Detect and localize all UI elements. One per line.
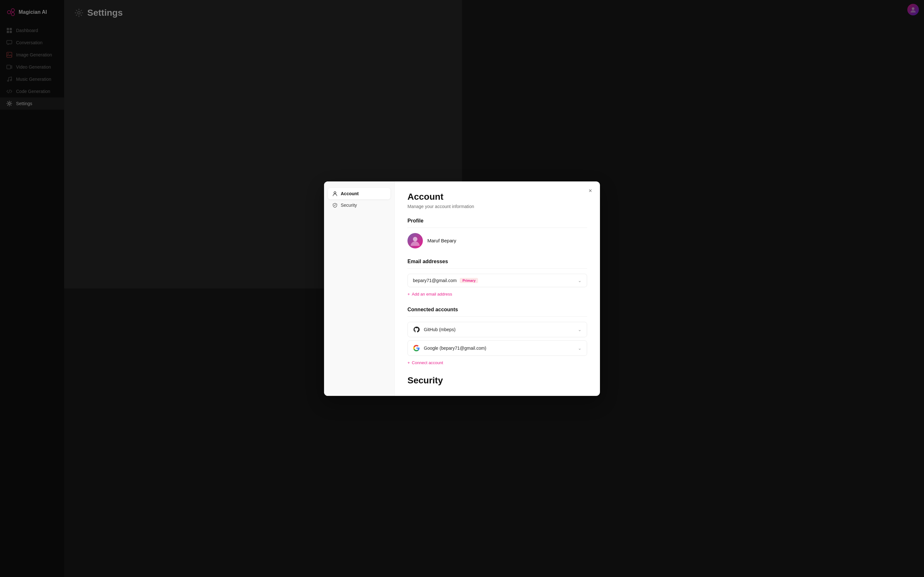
modal-nav-account[interactable]: Account xyxy=(328,188,391,199)
primary-badge: Primary xyxy=(460,278,462,283)
email-section-title: Email addresses xyxy=(407,259,462,269)
security-nav-icon xyxy=(333,203,338,208)
profile-avatar-image xyxy=(409,235,421,247)
modal-content: × Account Manage your account informatio… xyxy=(395,181,462,289)
account-title: Account xyxy=(407,192,462,202)
settings-modal: Account Security × Account Manage your a… xyxy=(324,181,462,289)
modal-nav-account-label: Account xyxy=(341,191,359,196)
modal-overlay[interactable]: Account Security × Account Manage your a… xyxy=(0,0,462,288)
svg-point-19 xyxy=(334,192,336,193)
account-subtitle: Manage your account information xyxy=(407,204,462,209)
profile-section: Profile Maruf Bepary xyxy=(407,218,462,248)
modal-nav-security-label: Security xyxy=(341,203,357,208)
avatar xyxy=(407,233,423,248)
profile-row: Maruf Bepary xyxy=(407,233,462,248)
primary-email: bepary71@gmail.com xyxy=(413,278,457,283)
modal-nav-security[interactable]: Security xyxy=(328,199,391,211)
email-section: Email addresses bepary71@gmail.com Prima… xyxy=(407,259,462,289)
modal-sidebar: Account Security xyxy=(324,181,395,289)
user-name: Maruf Bepary xyxy=(427,238,456,243)
profile-section-title: Profile xyxy=(407,218,462,228)
svg-point-20 xyxy=(413,237,417,242)
email-row-primary: bepary71@gmail.com Primary ⌄ xyxy=(407,274,462,287)
account-nav-icon xyxy=(333,191,338,196)
